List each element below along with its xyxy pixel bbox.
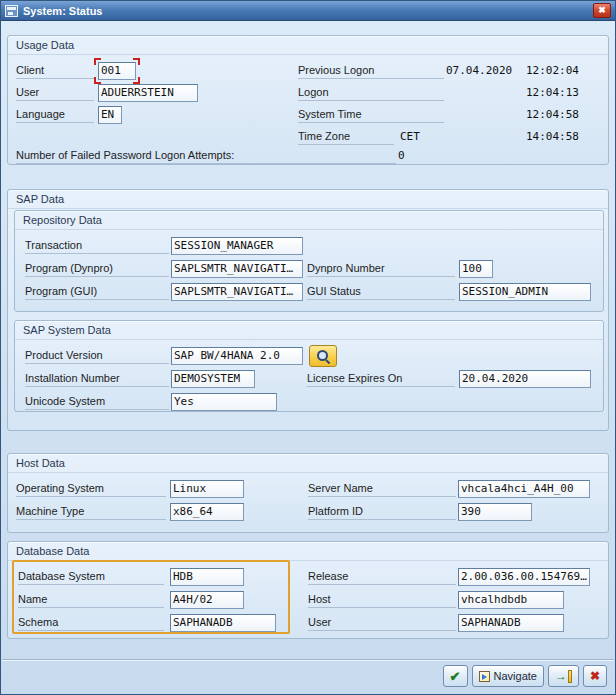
product-version-field[interactable]: SAP BW/4HANA 2.0 [171,347,303,365]
navigate-button-label: Navigate [494,670,537,682]
magnifier-icon [316,349,331,364]
dialog-icon [5,5,18,17]
program-gui-field[interactable]: SAPLSMTR_NAVIGATI… [171,283,303,301]
usage-data-group: Usage Data Client 001 Previous Logon 07.… [7,35,609,165]
sap-system-data-group: SAP System Data Product Version SAP BW/4… [14,320,604,412]
time-zone-value: CET [400,129,420,145]
database-data-group: Database Data Database System HDB Releas… [7,541,609,639]
previous-logon-date: 07.04.2020 [446,63,512,79]
schema-field[interactable]: SAPHANADB [170,614,276,632]
product-version-details-button[interactable] [309,345,337,367]
platform-id-label: Platform ID [308,503,456,520]
repository-data-title: Repository Data [23,214,102,226]
platform-id-field[interactable]: 390 [458,503,532,521]
client-label: Client [16,62,94,79]
release-label: Release [308,568,456,585]
schema-label: Schema [18,614,164,631]
license-expires-field[interactable]: 20.04.2020 [459,370,591,388]
exit-button[interactable]: → [548,665,579,687]
window-title: System: Status [23,5,102,17]
system-time-label: System Time [298,106,444,123]
gui-status-field[interactable]: SESSION_ADMIN [459,283,591,301]
operating-system-label: Operating System [16,480,166,497]
unicode-system-field[interactable]: Yes [171,393,277,411]
logon-time: 12:04:13 [526,85,579,101]
user-label: User [16,84,94,101]
db-user-label: User [308,614,456,631]
usage-data-title: Usage Data [16,39,74,51]
database-system-label: Database System [18,568,164,585]
host-data-group: Host Data Operating System Linux Server … [7,453,609,533]
host-data-title: Host Data [16,457,65,469]
installation-number-field[interactable]: DEMOSYSTEM [171,370,255,388]
transaction-label: Transaction [25,237,169,254]
db-host-field[interactable]: vhcalhdbdb [458,591,564,609]
product-version-label: Product Version [25,347,169,364]
db-name-label: Name [18,591,164,608]
exit-door-icon: → [555,670,572,683]
database-data-title: Database Data [16,545,89,557]
license-expires-label: License Expires On [307,370,455,387]
repository-data-group: Repository Data Transaction SESSION_MANA… [14,210,604,312]
db-name-field[interactable]: A4H/02 [170,591,244,609]
time-zone-time: 14:04:58 [526,129,579,145]
user-field[interactable]: ADUERRSTEIN [98,84,198,102]
machine-type-label: Machine Type [16,503,166,520]
program-dynpro-field[interactable]: SAPLSMTR_NAVIGATI… [171,260,303,278]
unicode-system-label: Unicode System [25,393,169,410]
server-name-field[interactable]: vhcala4hci_A4H_00 [458,480,590,498]
failed-attempts-value: 0 [398,148,405,164]
system-time-value: 12:04:58 [526,107,579,123]
machine-type-field[interactable]: x86_64 [170,503,244,521]
confirm-button[interactable]: ✔ [443,665,468,687]
title-bar: System: Status ✖ [1,1,615,21]
cancel-button[interactable]: ✖ [583,665,607,687]
db-host-label: Host [308,591,456,608]
navigate-button[interactable]: Navigate [472,665,544,687]
logon-label: Logon [298,84,444,101]
footer-separator [2,659,614,661]
exit-arrow-icon: → [555,670,567,682]
failed-attempts-label: Number of Failed Password Logon Attempts… [16,147,396,164]
close-icon: ✖ [598,6,606,15]
footer-toolbar: ✔ Navigate → ✖ [443,665,607,687]
time-zone-label: Time Zone [298,128,394,145]
sap-system-data-title: SAP System Data [23,324,111,336]
dynpro-number-field[interactable]: 100 [459,260,493,278]
door-shape [568,670,572,683]
language-field[interactable]: EN [98,106,122,124]
gui-status-label: GUI Status [307,283,455,300]
program-gui-label: Program (GUI) [25,283,169,300]
check-icon: ✔ [450,669,461,684]
operating-system-field[interactable]: Linux [170,480,244,498]
installation-number-label: Installation Number [25,370,169,387]
language-label: Language [16,106,94,123]
previous-logon-label: Previous Logon [298,62,444,79]
system-status-dialog: System: Status ✖ Usage Data Client 001 P… [0,0,616,695]
program-dynpro-label: Program (Dynpro) [25,260,169,277]
db-user-field[interactable]: SAPHANADB [458,614,564,632]
database-system-field[interactable]: HDB [170,568,244,586]
dynpro-number-label: Dynpro Number [307,260,455,277]
transaction-field[interactable]: SESSION_MANAGER [171,237,303,255]
server-name-label: Server Name [308,480,456,497]
previous-logon-time: 12:02:04 [526,63,579,79]
client-field[interactable]: 001 [98,62,136,80]
cancel-icon: ✖ [590,669,600,683]
sap-data-title: SAP Data [16,193,64,205]
release-field[interactable]: 2.00.036.00.154769… [458,568,590,586]
navigate-icon [479,671,490,682]
close-button[interactable]: ✖ [593,3,611,18]
sap-data-group: SAP Data Repository Data Transaction SES… [7,189,609,431]
